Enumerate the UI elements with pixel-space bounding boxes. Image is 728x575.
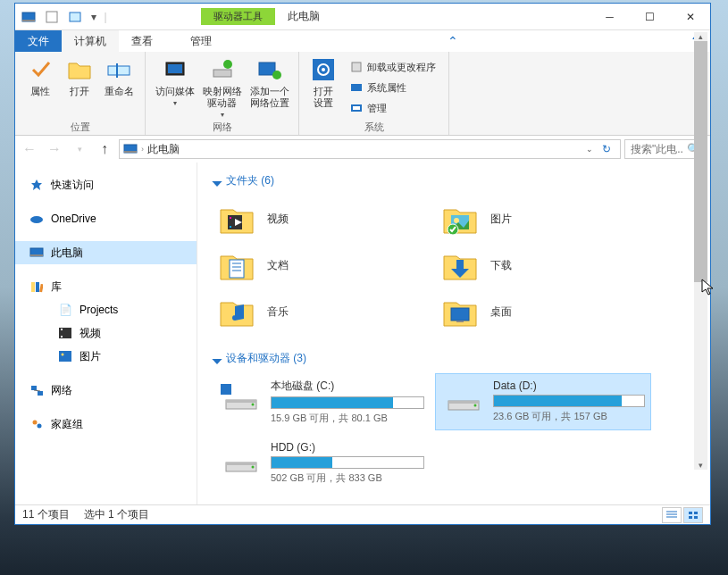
svg-rect-32 bbox=[31, 386, 37, 390]
nav-onedrive[interactable]: OneDrive bbox=[15, 207, 197, 230]
documents-folder-icon bbox=[217, 246, 256, 285]
nav-homegroup[interactable]: 家庭组 bbox=[15, 412, 197, 436]
nav-pictures[interactable]: 图片 bbox=[15, 345, 197, 368]
address-text: 此电脑 bbox=[147, 142, 180, 157]
access-media-button[interactable]: 访问媒体 ▾ bbox=[151, 55, 198, 107]
svg-rect-54 bbox=[448, 401, 479, 404]
folder-item[interactable]: 文档 bbox=[213, 242, 437, 288]
uninstall-icon bbox=[349, 60, 364, 74]
svg-line-34 bbox=[34, 390, 40, 391]
folder-item[interactable]: 图片 bbox=[437, 196, 660, 242]
collapse-ribbon-icon[interactable]: ⌃ bbox=[446, 30, 467, 52]
svg-rect-8 bbox=[213, 70, 231, 77]
svg-point-36 bbox=[38, 424, 42, 429]
drive-usage-bar bbox=[271, 396, 424, 409]
svg-point-11 bbox=[272, 71, 281, 79]
folder-item[interactable]: 音乐 bbox=[213, 288, 437, 335]
address-input[interactable]: › 此电脑 ⌄ ↻ bbox=[119, 139, 621, 159]
system-props-icon bbox=[349, 80, 364, 95]
context-tab-drive-tools: 驱动器工具 bbox=[201, 8, 275, 25]
folder-name: 视频 bbox=[267, 212, 289, 227]
ribbon-group-label: 位置 bbox=[15, 121, 145, 135]
search-input[interactable] bbox=[631, 143, 684, 155]
nav-network[interactable]: 网络 bbox=[15, 379, 197, 402]
tab-manage[interactable]: 管理 bbox=[178, 30, 224, 52]
system-properties-button[interactable]: 系统属性 bbox=[346, 78, 439, 97]
svg-rect-63 bbox=[694, 512, 698, 514]
folder-name: 下载 bbox=[490, 258, 512, 273]
svg-rect-1 bbox=[22, 20, 35, 21]
drive-item[interactable]: HDD (G:) 502 GB 可用，共 833 GB bbox=[213, 436, 430, 490]
nav-projects[interactable]: 📄 Projects bbox=[15, 298, 197, 321]
recent-dropdown-icon[interactable]: ▾ bbox=[69, 138, 90, 160]
properties-button[interactable]: 属性 bbox=[21, 55, 60, 97]
network-drive-icon bbox=[208, 55, 237, 84]
vertical-scrollbar[interactable]: ▴ ▾ bbox=[694, 162, 707, 470]
svg-rect-18 bbox=[353, 106, 360, 110]
maximize-button[interactable]: ☐ bbox=[630, 4, 670, 29]
svg-rect-10 bbox=[259, 62, 275, 75]
svg-point-55 bbox=[474, 404, 477, 407]
content-pane: 文件夹 (6) 视频图片文档下载音乐桌面 设备和驱动器 (3) 本地磁盘 (C:… bbox=[197, 162, 710, 504]
qat-item[interactable] bbox=[65, 7, 85, 27]
document-icon: 📄 bbox=[58, 303, 72, 317]
svg-rect-57 bbox=[226, 462, 256, 465]
svg-rect-28 bbox=[61, 329, 63, 330]
nav-this-pc[interactable]: 此电脑 bbox=[15, 241, 197, 264]
details-view-button[interactable] bbox=[662, 507, 682, 523]
icons-view-button[interactable] bbox=[683, 507, 703, 523]
folder-item[interactable]: 桌面 bbox=[437, 288, 660, 335]
network-location-icon bbox=[255, 55, 284, 84]
pc-icon bbox=[29, 246, 44, 260]
refresh-icon[interactable]: ↻ bbox=[597, 143, 616, 155]
drive-stats: 23.6 GB 可用，共 157 GB bbox=[493, 410, 645, 423]
drive-icon bbox=[219, 441, 262, 477]
manage-icon bbox=[349, 101, 364, 115]
picture-icon bbox=[58, 349, 72, 363]
drive-item[interactable]: Data (D:) 23.6 GB 可用，共 157 GB bbox=[435, 373, 651, 430]
add-network-location-button[interactable]: 添加一个 网络位置 bbox=[246, 55, 293, 109]
drive-name: HDD (G:) bbox=[271, 441, 424, 454]
address-bar: ← → ▾ ↑ › 此电脑 ⌄ ↻ 🔍 bbox=[15, 136, 710, 162]
open-button[interactable]: 打开 bbox=[60, 55, 99, 97]
tab-file[interactable]: 文件 bbox=[15, 30, 62, 52]
rename-button[interactable]: 重命名 bbox=[99, 55, 138, 97]
tab-view[interactable]: 查看 bbox=[119, 30, 165, 52]
body: 快速访问 OneDrive 此电脑 库 📄 Projects bbox=[15, 162, 710, 504]
svg-rect-20 bbox=[124, 151, 137, 153]
minimize-button[interactable]: ─ bbox=[590, 4, 630, 29]
open-settings-button[interactable]: 打开 设置 bbox=[305, 55, 342, 109]
homegroup-icon bbox=[29, 417, 44, 431]
drives-header[interactable]: 设备和驱动器 (3) bbox=[213, 351, 694, 366]
navigation-pane: 快速访问 OneDrive 此电脑 库 📄 Projects bbox=[15, 162, 197, 504]
tab-computer[interactable]: 计算机 bbox=[62, 30, 119, 52]
forward-button[interactable]: → bbox=[44, 138, 65, 160]
manage-button[interactable]: 管理 bbox=[346, 98, 439, 118]
drive-usage-bar bbox=[493, 395, 645, 407]
uninstall-button[interactable]: 卸载或更改程序 bbox=[346, 57, 439, 77]
folder-item[interactable]: 视频 bbox=[213, 196, 437, 242]
drive-stats: 15.9 GB 可用，共 80.1 GB bbox=[271, 412, 424, 425]
svg-rect-49 bbox=[221, 384, 231, 395]
map-drive-button[interactable]: 映射网络 驱动器 ▾ bbox=[198, 55, 246, 119]
svg-rect-65 bbox=[694, 516, 698, 519]
drive-item[interactable]: 本地磁盘 (C:) 15.9 GB 可用，共 80.1 GB bbox=[213, 373, 430, 430]
nav-libraries[interactable]: 库 bbox=[15, 275, 197, 298]
svg-point-58 bbox=[252, 466, 255, 469]
up-button[interactable]: ↑ bbox=[94, 138, 115, 160]
address-dropdown-icon[interactable]: ⌄ bbox=[586, 145, 593, 154]
qat-dropdown-icon[interactable]: ▾ bbox=[88, 7, 99, 27]
svg-rect-51 bbox=[226, 400, 256, 403]
back-button[interactable]: ← bbox=[19, 138, 40, 160]
explorer-window: ▾ | 驱动器工具 此电脑 ─ ☐ ✕ 文件 计算机 查看 管理 ⌃ ? 属性 bbox=[14, 3, 711, 525]
svg-rect-7 bbox=[168, 64, 182, 73]
nav-videos[interactable]: 视频 bbox=[15, 321, 197, 345]
system-menu-icon[interactable] bbox=[19, 7, 38, 27]
close-button[interactable]: ✕ bbox=[670, 4, 710, 29]
folders-header[interactable]: 文件夹 (6) bbox=[213, 173, 694, 188]
drive-name: Data (D:) bbox=[493, 379, 645, 392]
folder-item[interactable]: 下载 bbox=[437, 242, 660, 288]
status-item-count: 11 个项目 bbox=[22, 507, 70, 522]
nav-quick-access[interactable]: 快速访问 bbox=[15, 173, 197, 196]
qat-item[interactable] bbox=[42, 7, 62, 27]
